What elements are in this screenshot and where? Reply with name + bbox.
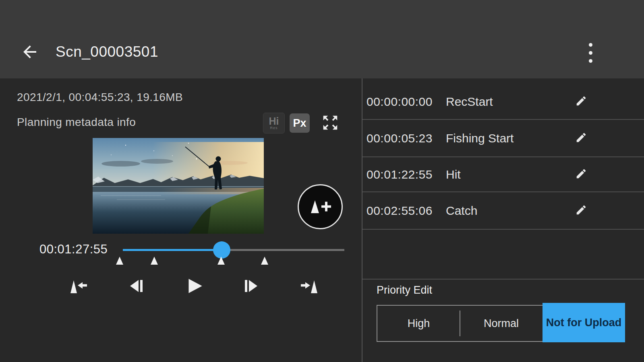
arrow-left-icon <box>20 42 39 63</box>
frame-forward-button[interactable] <box>238 274 263 298</box>
clip-title: Scn_00003501 <box>56 43 158 60</box>
row-separator <box>362 119 644 120</box>
marker-time: 00:01:22:55 <box>367 168 433 181</box>
clip-detail-screen: Scn_00003501 2021/2/1, 00:04:55:23, 19.1… <box>0 0 644 362</box>
priority-edit-label: Priority Edit <box>377 284 432 296</box>
priority-segmented-control: High Normal Not for Upload <box>377 305 625 342</box>
hires-badge[interactable]: Hi Res <box>263 113 285 134</box>
more-options-button[interactable] <box>580 39 601 66</box>
play-icon <box>184 276 205 297</box>
marker-time: 00:00:00:00 <box>367 95 433 109</box>
edit-marker-button[interactable] <box>572 202 590 219</box>
slider-fill <box>123 249 222 251</box>
marker-name: RecStart <box>446 95 493 109</box>
hires-badge-text: Hi <box>269 116 279 126</box>
marker-time: 00:02:55:06 <box>367 204 433 218</box>
triangle-plus-icon <box>308 197 333 217</box>
timeline-markers <box>123 256 344 266</box>
marker-name: Hit <box>446 168 461 181</box>
pencil-icon <box>575 168 587 181</box>
priority-option-not-for-upload[interactable]: Not for Upload <box>543 303 625 342</box>
timeline-marker-triangle[interactable] <box>217 257 225 265</box>
hires-badge-subtext: Res <box>270 126 277 130</box>
fullscreen-button[interactable] <box>321 113 340 133</box>
play-button[interactable] <box>182 274 207 298</box>
add-marker-button[interactable] <box>298 184 343 229</box>
row-separator <box>362 191 644 192</box>
fullscreen-expand-icon <box>321 113 340 133</box>
timeline-marker-triangle[interactable] <box>261 257 268 265</box>
transport-controls <box>0 274 354 298</box>
top-bar: Scn_00003501 <box>0 0 644 78</box>
proxy-toggle-button[interactable]: Px <box>290 113 310 133</box>
previous-marker-button[interactable] <box>66 274 91 298</box>
edit-marker-button[interactable] <box>572 93 590 110</box>
marker-name: Catch <box>446 204 477 218</box>
timeline-marker-triangle[interactable] <box>116 257 123 265</box>
frame-back-icon <box>127 276 147 297</box>
frame-back-button[interactable] <box>124 274 150 298</box>
planning-metadata-link[interactable]: Planning metadata info <box>17 116 136 129</box>
clip-metadata: 2021/2/1, 00:04:55:23, 19.16MB <box>17 91 183 104</box>
proxy-badge-text: Px <box>293 117 306 130</box>
fishing-scene-image <box>93 138 264 234</box>
next-marker-button[interactable] <box>296 274 322 298</box>
priority-option-normal[interactable]: Normal <box>460 306 543 341</box>
marker-time: 00:00:05:23 <box>367 132 433 145</box>
video-preview[interactable] <box>93 138 264 234</box>
current-timecode: 00:01:27:55 <box>39 242 108 257</box>
pencil-icon <box>575 132 587 145</box>
edit-marker-button[interactable] <box>572 129 590 147</box>
frame-forward-icon <box>241 276 260 297</box>
timeline-marker-triangle[interactable] <box>151 257 158 265</box>
back-button[interactable] <box>19 43 40 62</box>
row-separator <box>362 279 644 280</box>
previous-marker-icon <box>67 277 90 296</box>
marker-name: Fishing Start <box>446 132 514 145</box>
next-marker-icon <box>298 277 321 296</box>
panel-divider <box>362 78 362 362</box>
priority-option-high[interactable]: High <box>377 306 460 341</box>
kebab-menu-icon <box>589 43 592 63</box>
row-separator <box>362 229 644 230</box>
edit-marker-button[interactable] <box>572 165 590 183</box>
pencil-icon <box>575 204 587 217</box>
row-separator <box>362 156 644 157</box>
pencil-icon <box>575 95 587 108</box>
